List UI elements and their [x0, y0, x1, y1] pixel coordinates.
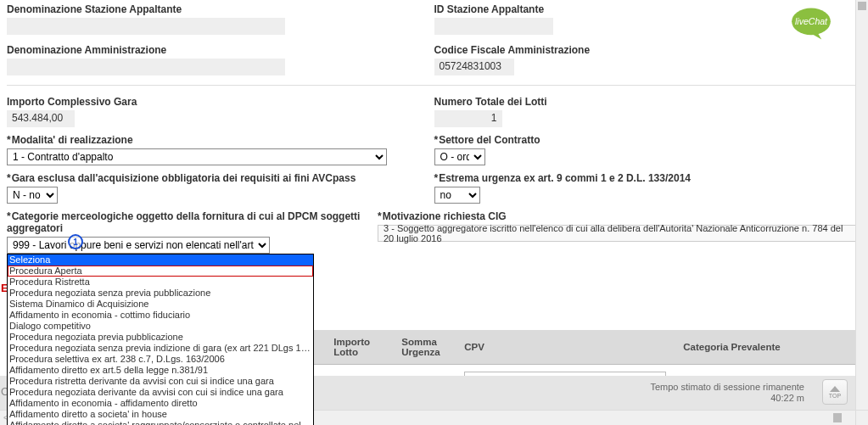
live-chat-icon[interactable]: liveChat	[788, 5, 834, 42]
procedura-dropdown[interactable]: SelezionaProcedura ApertaProcedura Ristr…	[7, 254, 314, 425]
codice-fiscale-label: Codice Fiscale Amministrazione	[434, 44, 859, 56]
divider	[7, 85, 861, 86]
dropdown-item[interactable]: Affidamento in economia - cottimo fiduci…	[8, 310, 313, 321]
dropdown-item[interactable]: Seleziona	[8, 254, 313, 266]
gara-esclusa-label: Gara esclusa dall'acquisizione obbligato…	[7, 172, 431, 184]
num-lotti-label: Numero Totale dei Lotti	[434, 96, 859, 108]
modalita-select[interactable]: 1 - Contratto d'appalto	[7, 148, 387, 165]
denom-amm-value	[7, 59, 285, 75]
importo-gara-label: Importo Complessivo Gara	[7, 96, 431, 108]
dropdown-item[interactable]: Procedura negoziata senza previa indizio…	[8, 343, 313, 354]
categorie-label: Categorie merceologiche oggetto della fo…	[7, 210, 374, 234]
dropdown-item[interactable]: Procedura Ristretta	[8, 277, 313, 288]
gara-esclusa-select[interactable]: N - no	[7, 187, 58, 204]
settore-select[interactable]: O - ordinario	[434, 148, 485, 165]
motivazione-value: 3 - Soggetto aggregatore iscritto nell'e…	[378, 225, 858, 242]
dropdown-item[interactable]: Affidamento in economia - affidamento di…	[8, 398, 313, 409]
step-marker-1: 1	[68, 234, 83, 249]
dropdown-item[interactable]: Sistema Dinamico di Acquisizione	[8, 299, 313, 310]
denom-stazione-value	[7, 18, 285, 35]
dropdown-item[interactable]: Procedura ristretta derivante da avvisi …	[8, 376, 313, 387]
back-to-top-button[interactable]: TOP	[822, 379, 848, 405]
dropdown-item[interactable]: Procedura selettiva ex art. 238 c.7, D.L…	[8, 354, 313, 365]
denom-amm-label: Denominazione Amministrazione	[7, 44, 431, 56]
col-somma: Somma Urgenza	[393, 330, 456, 365]
dropdown-item[interactable]: Affidamento diretto a societa' raggruppa…	[8, 420, 313, 425]
motivazione-label: Motivazione richiesta CIG	[378, 210, 858, 222]
dropdown-item[interactable]: Procedura negoziata derivante da avvisi …	[8, 387, 313, 398]
categorie-select[interactable]: 999 - Lavori oppure beni e servizi non e…	[7, 237, 270, 254]
dropdown-item[interactable]: Dialogo competitivo	[8, 321, 313, 332]
svg-text:liveChat: liveChat	[795, 16, 828, 26]
dropdown-item[interactable]: Procedura negoziata senza previa pubblic…	[8, 288, 313, 299]
modalita-label: Modalita' di realizzazione	[7, 134, 431, 146]
scrollbar-corner	[855, 410, 868, 425]
col-cpv: CPV	[456, 330, 675, 365]
session-time: 40:22 m	[650, 393, 804, 404]
col-categoria: Categoria Prevalente	[675, 330, 861, 365]
dropdown-item[interactable]: Affidamento diretto a societa' in house	[8, 409, 313, 420]
chevron-up-icon	[830, 386, 840, 392]
dropdown-item[interactable]: Procedura Aperta	[8, 266, 313, 277]
num-lotti-value: 1	[434, 110, 502, 127]
codice-fiscale-value: 05724831003	[434, 59, 514, 75]
dropdown-item[interactable]: Procedura negoziata previa pubblicazione	[8, 332, 313, 343]
dropdown-item[interactable]: Affidamento diretto ex art.5 della legge…	[8, 365, 313, 376]
settore-label: Settore del Contratto	[434, 134, 859, 146]
session-label: Tempo stimato di sessione rimanente	[650, 382, 804, 393]
id-stazione-value	[434, 18, 553, 35]
urgenza-select[interactable]: no	[434, 187, 480, 204]
importo-gara-value: 543.484,00	[7, 110, 75, 127]
col-importo: Importo Lotto	[325, 330, 393, 365]
vertical-scrollbar[interactable]	[855, 0, 868, 410]
denom-stazione-label: Denominazione Stazione Appaltante	[7, 3, 431, 15]
urgenza-label: Estrema urgenza ex art. 9 commi 1 e 2 D.…	[434, 172, 859, 184]
